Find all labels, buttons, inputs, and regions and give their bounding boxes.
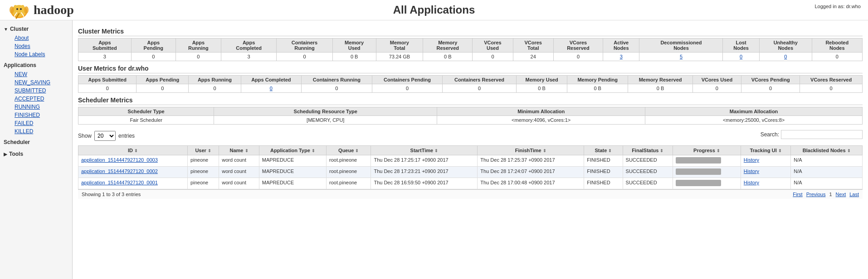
th-finalstatus[interactable]: FinalStatus ⇕ [623, 146, 673, 155]
user-metrics-header-row: Apps Submitted Apps Pending Apps Running… [78, 76, 863, 84]
col-vcores-reserved: VCoresReserved [553, 38, 603, 53]
pagination-next[interactable]: Next [836, 192, 846, 197]
ucol-apps-submitted: Apps Submitted [78, 76, 137, 84]
cluster-links: About Nodes Node Labels [0, 34, 72, 58]
th-name[interactable]: Name ⇕ [219, 146, 259, 155]
app-id-link[interactable]: application_1514447927120_0003 [81, 157, 158, 163]
sidebar-item-failed[interactable]: FAILED [4, 119, 72, 127]
col-apps-running: AppsRunning [176, 38, 221, 53]
unhealthy-nodes-link[interactable]: 0 [784, 54, 787, 59]
tracking-history-link[interactable]: History [744, 168, 759, 174]
cell-type: MAPREDUCE [259, 178, 326, 189]
decommissioned-nodes-link[interactable]: 5 [680, 54, 683, 59]
uval-containers-pending: 0 [372, 84, 443, 93]
sidebar-item-new[interactable]: NEW [4, 70, 72, 78]
entries-label: entries [118, 133, 135, 139]
sidebar-item-about[interactable]: About [4, 34, 72, 42]
sort-icon-progress: ⇕ [717, 149, 720, 153]
applications-section: Applications NEW NEW_SAVING SUBMITTED AC… [0, 60, 72, 135]
progress-bar-fill [676, 157, 721, 164]
entries-per-page-select[interactable]: 10 20 25 50 100 [94, 131, 116, 141]
sort-icon-type: ⇕ [312, 149, 315, 153]
lost-nodes-link[interactable]: 0 [740, 54, 742, 59]
showing-text: Showing 1 to 3 of 3 entries [82, 192, 141, 197]
cell-name: word count [219, 178, 259, 189]
pagination-first[interactable]: First [793, 192, 802, 197]
cell-id: application_1514447927120_0003 [78, 155, 188, 167]
user-apps-completed-link[interactable]: 0 [270, 86, 273, 91]
progress-bar-fill [676, 180, 721, 186]
cell-final-status: SUCCEEDED [623, 167, 673, 178]
col-containers-running: ContainersRunning [277, 38, 332, 53]
scol-max-allocation: Maximum Allocation [645, 107, 863, 116]
th-type[interactable]: Application Type ⇕ [259, 146, 326, 155]
app-id-link[interactable]: application_1514447927120_0002 [81, 168, 158, 174]
layout: ▼ Cluster About Nodes Node Labels Applic… [0, 20, 868, 279]
scheduler-data-row: Fair Scheduler [MEMORY, CPU] <memory:409… [78, 116, 863, 125]
tracking-history-link[interactable]: History [744, 157, 759, 163]
ucol-apps-running: Apps Running [188, 76, 241, 84]
val-containers-running: 0 [277, 53, 332, 61]
ucol-apps-completed: Apps Completed [241, 76, 302, 84]
pagination-last[interactable]: Last [849, 192, 859, 197]
sidebar-item-accepted[interactable]: ACCEPTED [4, 95, 72, 103]
user-metrics-table: Apps Submitted Apps Pending Apps Running… [78, 75, 863, 93]
uval-apps-running: 0 [188, 84, 241, 93]
th-state[interactable]: State ⇕ [584, 146, 623, 155]
app-id-link[interactable]: application_1514447927120_0001 [81, 180, 158, 185]
scheduler-metrics-table: Scheduler Type Scheduling Resource Type … [78, 107, 863, 125]
sval-max-allocation: <memory:25000, vCores:8> [645, 116, 863, 125]
cell-type: MAPREDUCE [259, 167, 326, 178]
cell-queue: root.pineone [327, 155, 371, 167]
cluster-section: ▼ Cluster About Nodes Node Labels [0, 24, 72, 58]
sort-icon-tracking: ⇕ [778, 149, 782, 153]
th-id[interactable]: ID ⇕ [78, 146, 188, 155]
applications-label: Applications [0, 60, 72, 70]
th-blacklisted[interactable]: Blacklisted Nodes ⇕ [791, 146, 863, 155]
table-row: application_1514447927120_0001pineonewor… [78, 178, 863, 189]
ucol-vcores-used: VCores Used [692, 76, 741, 84]
sidebar-item-node-labels[interactable]: Node Labels [4, 50, 72, 58]
sort-icon-name: ⇕ [245, 149, 249, 153]
cell-start-time: Thu Dec 28 17:23:21 +0900 2017 [371, 167, 478, 178]
sidebar-item-running[interactable]: RUNNING [4, 103, 72, 111]
applications-text: Applications [4, 62, 36, 68]
cluster-metrics-data-row: 3 0 0 3 0 0 B 73.24 GB 0 B 0 24 0 3 5 0 … [78, 53, 863, 61]
tools-arrow: ▶ [4, 152, 7, 157]
sidebar-item-submitted[interactable]: SUBMITTED [4, 87, 72, 95]
th-user[interactable]: User ⇕ [188, 146, 219, 155]
th-tracking[interactable]: Tracking UI ⇕ [741, 146, 791, 155]
page-title: All Applications [393, 4, 475, 16]
sidebar-item-new-saving[interactable]: NEW_SAVING [4, 78, 72, 87]
scheduler-text: Scheduler [4, 139, 30, 145]
th-progress[interactable]: Progress ⇕ [673, 146, 741, 155]
sidebar-item-killed[interactable]: KILLED [4, 127, 72, 135]
sidebar-item-finished[interactable]: FINISHED [4, 111, 72, 119]
cluster-section-header[interactable]: ▼ Cluster [0, 24, 72, 34]
th-finishtime[interactable]: FinishTime ⇕ [478, 146, 584, 155]
active-nodes-link[interactable]: 3 [620, 54, 623, 59]
cell-user: pineone [188, 155, 219, 167]
show-label: Show [78, 133, 92, 139]
ucol-memory-used: Memory Used [517, 76, 567, 84]
logo-text: hadoop [34, 3, 74, 17]
progress-bar [676, 180, 721, 186]
tools-section-header[interactable]: ▶ Tools [0, 149, 72, 159]
sidebar-item-nodes[interactable]: Nodes [4, 42, 72, 50]
pagination-previous[interactable]: Previous [806, 192, 826, 197]
val-apps-pending: 0 [131, 53, 176, 61]
tracking-history-link[interactable]: History [744, 180, 759, 185]
th-starttime[interactable]: StartTime ⇕ [371, 146, 478, 155]
cell-final-status: SUCCEEDED [623, 155, 673, 167]
col-active-nodes: ActiveNodes [603, 38, 639, 53]
logo: hadoop [7, 0, 74, 21]
scheduler-label[interactable]: Scheduler [0, 137, 72, 147]
cell-name: word count [219, 155, 259, 167]
svg-point-6 [16, 8, 18, 10]
val-apps-submitted: 3 [78, 53, 132, 61]
svg-point-9 [24, 6, 29, 14]
val-vcores-reserved: 0 [553, 53, 603, 61]
cell-progress [673, 155, 741, 167]
th-queue[interactable]: Queue ⇕ [327, 146, 371, 155]
search-input[interactable] [781, 130, 863, 139]
